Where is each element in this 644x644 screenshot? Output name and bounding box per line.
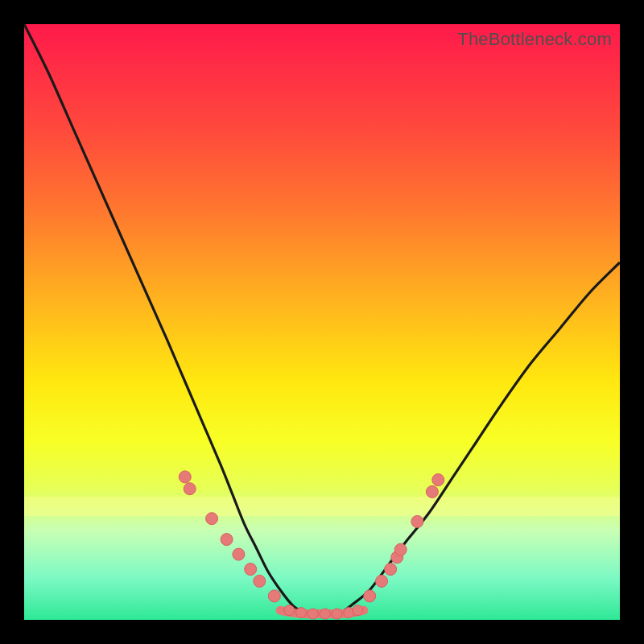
data-dot bbox=[284, 605, 295, 616]
data-dot bbox=[376, 575, 388, 587]
data-dot bbox=[184, 483, 196, 495]
data-dot bbox=[233, 548, 245, 560]
data-dot bbox=[206, 513, 218, 525]
data-dot bbox=[296, 608, 307, 618]
data-dot bbox=[411, 515, 423, 527]
data-dot bbox=[364, 590, 376, 602]
right-curve bbox=[340, 262, 620, 614]
attribution-label: TheBottleneck.com bbox=[457, 29, 612, 50]
data-dot bbox=[385, 564, 397, 576]
data-dot bbox=[179, 471, 191, 483]
data-dot bbox=[268, 590, 280, 602]
data-dot bbox=[332, 609, 342, 619]
data-dot bbox=[254, 575, 266, 587]
data-dot bbox=[320, 609, 330, 619]
data-dot bbox=[221, 534, 233, 546]
data-dot bbox=[394, 543, 407, 555]
data-dot bbox=[308, 609, 318, 619]
data-dot bbox=[426, 485, 438, 497]
data-dot bbox=[245, 564, 257, 576]
data-dot bbox=[353, 605, 363, 616]
data-dot bbox=[432, 474, 444, 486]
plot-area: TheBottleneck.com bbox=[24, 24, 620, 620]
chart-frame: TheBottleneck.com bbox=[0, 0, 644, 644]
left-curve bbox=[24, 24, 304, 614]
curve-layer bbox=[24, 24, 620, 620]
dots-right bbox=[364, 474, 444, 602]
